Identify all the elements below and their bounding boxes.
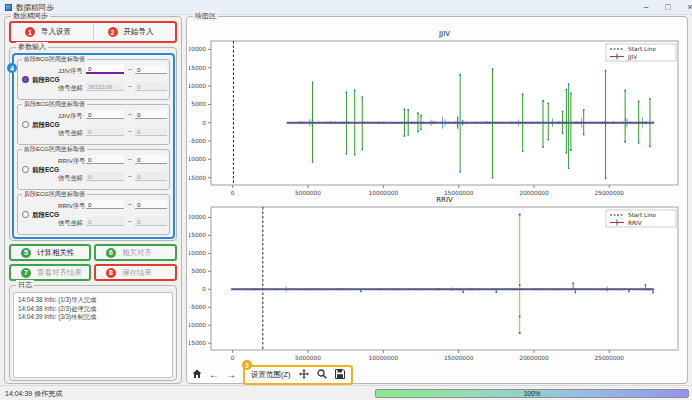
- maximize-button[interactable]: □: [658, 0, 678, 15]
- start-import-button[interactable]: 2 开始导入: [94, 23, 176, 41]
- log-entry: 14:04:39 Info: (3/3)绘制完成: [18, 313, 168, 322]
- svg-text:5000000: 5000000: [295, 355, 321, 361]
- range-end-input[interactable]: [135, 200, 167, 209]
- param-section: 前段BCG区间坐标取值 前段BCG JJIV序号 ~ 信号坐标 ~: [17, 59, 170, 100]
- log-entry: 14:04:38 Info: (2/3)处理完成: [18, 305, 168, 314]
- save-icon[interactable]: [335, 369, 345, 381]
- tilde-separator: ~: [128, 173, 132, 180]
- svg-text:RRIV: RRIV: [628, 220, 642, 226]
- param-section-title: 前段BCG区间坐标取值: [22, 55, 87, 64]
- import-settings-label: 导入设置: [41, 27, 71, 37]
- correlation-align-button[interactable]: 6 相关对齐: [94, 244, 177, 261]
- annotation-badge-2: 2: [108, 27, 118, 37]
- svg-text:10000000: 10000000: [369, 355, 399, 361]
- row-label: 信号坐标: [58, 219, 83, 228]
- param-section: 前段ECG区间坐标取值 前段ECG RRIV序号 ~ 信号坐标 ~: [17, 149, 170, 190]
- svg-text:-10000: -10000: [189, 322, 206, 328]
- range-end-input[interactable]: [135, 65, 167, 74]
- range-start-input[interactable]: [86, 110, 124, 119]
- svg-text:15000000: 15000000: [444, 355, 474, 361]
- minimize-button[interactable]: –: [636, 0, 656, 15]
- status-message: 14:04:39 操作完成: [5, 389, 62, 399]
- log-entry: 14:04:38 Info: (1/3)导入完成: [18, 296, 168, 305]
- svg-text:10000: 10000: [189, 250, 206, 256]
- range-start-input[interactable]: [86, 65, 124, 74]
- segment-radio-label: 后段BCG: [32, 121, 59, 130]
- range-start-input[interactable]: [86, 155, 124, 164]
- row-label: RRIV序号: [58, 157, 85, 166]
- range-tools-annotated-area: 3 设置范围(Z): [243, 365, 353, 385]
- annotation-badge-6: 6: [106, 248, 116, 258]
- segment-radio[interactable]: [22, 166, 29, 173]
- row-label: 信号坐标: [58, 84, 83, 93]
- compute-correlation-button[interactable]: 5 计算相关性: [9, 244, 91, 261]
- action-button-label: 查看对齐结果: [37, 268, 82, 278]
- segment-radio-label: 前段ECG: [32, 166, 59, 175]
- plot-toolbar: ← → 3 设置范围(Z): [192, 366, 353, 384]
- signal-end-input[interactable]: [135, 217, 167, 226]
- range-end-input[interactable]: [135, 155, 167, 164]
- home-icon[interactable]: [192, 369, 202, 381]
- row-label: 信号坐标: [58, 174, 83, 183]
- svg-text:Start Line: Start Line: [628, 212, 657, 218]
- param-section-title: 前段ECG区间坐标取值: [22, 145, 87, 154]
- back-icon[interactable]: ←: [209, 370, 219, 380]
- row-label: JJIV序号: [58, 67, 82, 76]
- close-button[interactable]: ×: [680, 0, 692, 15]
- annotation-badge-8: 8: [106, 268, 116, 278]
- svg-text:5000000: 5000000: [295, 190, 321, 196]
- svg-text:25000000: 25000000: [595, 355, 625, 361]
- svg-text:RRIV: RRIV: [436, 196, 453, 204]
- svg-text:0: 0: [231, 190, 235, 196]
- svg-text:5000: 5000: [191, 101, 206, 107]
- svg-text:-15000: -15000: [189, 175, 206, 181]
- forward-icon[interactable]: →: [226, 370, 236, 380]
- svg-text:20000: 20000: [189, 214, 206, 220]
- svg-text:-5000: -5000: [189, 304, 206, 310]
- svg-text:JJIV: JJIV: [438, 30, 450, 38]
- segment-radio[interactable]: [22, 76, 29, 83]
- start-import-label: 开始导入: [124, 27, 154, 37]
- param-section: 后段BCG区间坐标取值 后段BCG JJIV序号 ~ 信号坐标 ~: [17, 104, 170, 145]
- left-panel-title: 数据精同步: [11, 11, 50, 21]
- action-button-label: 保存结果: [122, 268, 152, 278]
- annotation-badge-5: 5: [21, 248, 31, 258]
- signal-start-input[interactable]: [86, 127, 124, 136]
- params-group: 参数输入 4 前段BCG区间坐标取值 前段BCG JJIV序号 ~ 信号坐标 ~…: [9, 47, 177, 241]
- import-settings-button[interactable]: 1 导入设置: [11, 23, 93, 41]
- zoom-icon[interactable]: [317, 369, 327, 381]
- segment-radio[interactable]: [22, 121, 29, 128]
- params-group-title: 参数输入: [16, 42, 48, 52]
- title-bar: 数据精同步 – □ ×: [0, 0, 692, 15]
- svg-text:0: 0: [202, 286, 206, 292]
- action-button-label: 相关对齐: [122, 248, 152, 258]
- range-end-input[interactable]: [135, 110, 167, 119]
- signal-start-input[interactable]: [86, 217, 124, 226]
- app-icon: [5, 4, 12, 11]
- range-start-input[interactable]: [86, 200, 124, 209]
- progress-bar: 100%: [375, 389, 689, 398]
- signal-end-input[interactable]: [135, 127, 167, 136]
- import-button-group: 1 导入设置 2 开始导入: [9, 21, 177, 43]
- segment-radio[interactable]: [22, 211, 29, 218]
- set-range-button[interactable]: 设置范围(Z): [251, 370, 291, 380]
- svg-text:25000000: 25000000: [595, 190, 625, 196]
- save-result-button[interactable]: 8 保存结果: [94, 264, 177, 281]
- signal-start-input[interactable]: [86, 172, 124, 181]
- view-align-result-button[interactable]: 7 查看对齐结果: [9, 264, 91, 281]
- log-area[interactable]: 14:04:38 Info: (1/3)导入完成 14:04:38 Info: …: [13, 292, 173, 378]
- param-section: 后段ECG区间坐标取值 后段ECG RRIV序号 ~ 信号坐标 ~: [17, 194, 170, 235]
- tilde-separator: ~: [128, 128, 132, 135]
- status-bar: 14:04:39 操作完成 100%: [0, 385, 692, 400]
- segment-radio-label: 后段ECG: [32, 211, 59, 220]
- pan-icon[interactable]: [299, 369, 309, 381]
- svg-text:Start Line: Start Line: [628, 46, 657, 52]
- action-button-label: 计算相关性: [37, 248, 75, 258]
- svg-text:10000: 10000: [189, 83, 206, 89]
- signal-start-input[interactable]: [86, 82, 124, 91]
- svg-text:10000000: 10000000: [369, 190, 399, 196]
- tilde-separator: ~: [128, 66, 132, 73]
- signal-end-input[interactable]: [135, 172, 167, 181]
- svg-text:15000: 15000: [189, 232, 206, 238]
- signal-end-input[interactable]: [135, 82, 167, 91]
